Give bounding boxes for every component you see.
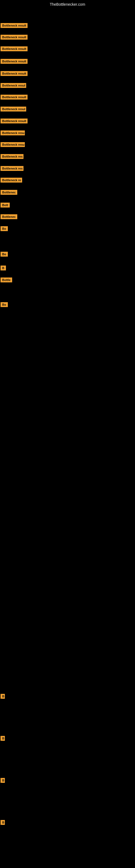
bottleneck-result-badge: Bottleneck resu — [1, 130, 25, 135]
bottleneck-result-badge: Bo — [1, 226, 8, 231]
bottleneck-result-badge: Bottleneck result — [1, 71, 28, 76]
bottleneck-result-badge: Bottleneck re — [1, 178, 22, 183]
site-title: TheBottlenecker.com — [0, 0, 135, 8]
bottleneck-result-badge: Bo — [1, 302, 8, 307]
bottleneck-result-badge: Bottlenec — [1, 190, 17, 195]
bottleneck-result-badge: Bottleneck res — [1, 154, 24, 159]
bottleneck-result-badge: Bottleneck resul — [1, 83, 26, 88]
bottleneck-result-badge: Bottleneck result — [1, 119, 28, 123]
bottleneck-result-badge: Bottleneck result — [1, 46, 28, 51]
bottleneck-result-badge: B — [1, 694, 5, 699]
bottleneck-result-badge: Bottlenec — [1, 214, 17, 219]
bottleneck-result-badge: B — [1, 266, 6, 271]
bottleneck-result-badge: Bo — [1, 252, 8, 257]
bottleneck-result-badge: Bottle — [1, 278, 12, 282]
bottleneck-result-badge: B — [1, 778, 5, 783]
bottleneck-result-badge: Bott — [1, 203, 10, 208]
bottleneck-result-badge: Bottleneck result — [1, 23, 28, 28]
bottleneck-result-badge: Bottleneck res — [1, 166, 24, 171]
bottleneck-result-badge: B — [1, 820, 5, 825]
bottleneck-result-badge: Bottleneck resul — [1, 106, 26, 112]
bottleneck-result-badge: Bottleneck result — [1, 95, 28, 99]
bottleneck-result-badge: Bottleneck resu — [1, 142, 25, 147]
bottleneck-result-badge: B — [1, 736, 5, 741]
bottleneck-result-badge: Bottleneck result — [1, 59, 28, 64]
bottleneck-result-badge: Bottleneck result — [1, 35, 28, 40]
